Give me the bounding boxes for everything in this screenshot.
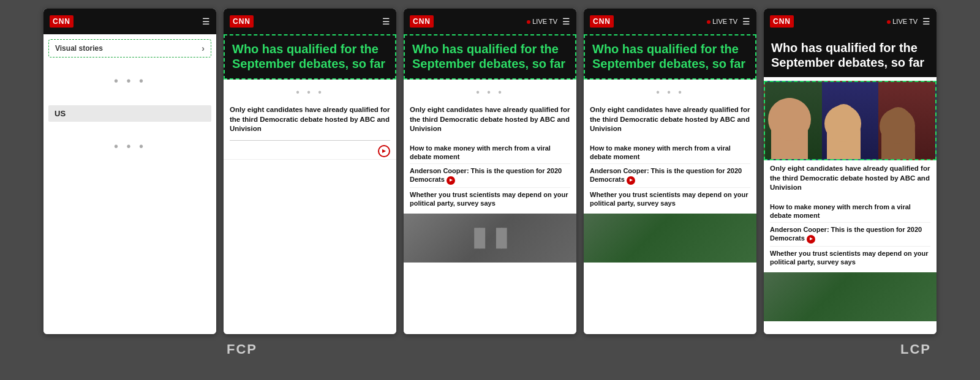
separator-2 bbox=[230, 140, 390, 141]
headline-block-4: Who has qualified for the September deba… bbox=[584, 34, 756, 80]
politician-image bbox=[764, 81, 937, 160]
header-1: CNN ☰ bbox=[43, 9, 216, 34]
cnn-logo-5: CNN bbox=[770, 15, 794, 28]
play-btn-5-2[interactable] bbox=[807, 235, 815, 244]
loading-dots-2: • • • bbox=[48, 128, 211, 165]
screen-5-content: Who has qualified for the September deba… bbox=[764, 34, 937, 334]
header-3: CNN LIVE TV ☰ bbox=[404, 9, 576, 34]
article-title-3-3: Whether you trust scientists may depend … bbox=[410, 190, 570, 208]
cnn-logo-2: CNN bbox=[230, 15, 254, 28]
live-dot-3 bbox=[527, 20, 530, 24]
headline-block-3: Who has qualified for the September deba… bbox=[404, 34, 576, 80]
screen-2: CNN ☰ Who has qualified for the Septembe… bbox=[224, 9, 396, 334]
screen-4: CNN LIVE TV ☰ Who has qualified for the … bbox=[584, 9, 756, 334]
lead-article-text-2: Only eight candidates have already quali… bbox=[230, 105, 390, 134]
hamburger-menu-3[interactable]: ☰ bbox=[562, 17, 570, 26]
labels-row: FCP LCP bbox=[0, 341, 980, 357]
screen-5-lcp: CNN LIVE TV ☰ Who has qualified for the … bbox=[764, 9, 937, 334]
hamburger-menu-2[interactable]: ☰ bbox=[382, 17, 390, 26]
header-right-5: LIVE TV ☰ bbox=[887, 17, 930, 26]
header-right-4: LIVE TV ☰ bbox=[707, 17, 750, 26]
visual-stories-arrow: › bbox=[202, 43, 205, 53]
article-title-4-2: Anderson Cooper: This is the question fo… bbox=[590, 166, 750, 184]
article-item-5-1: How to make money with merch from a vira… bbox=[770, 200, 930, 223]
loading-dots-1: • • • bbox=[48, 62, 211, 99]
headline-text-4: Who has qualified for the September deba… bbox=[592, 42, 748, 71]
live-tv-label-3: LIVE TV bbox=[527, 18, 557, 25]
article-title-4-3: Whether you trust scientists may depend … bbox=[590, 190, 750, 208]
news-articles-3: How to make money with merch from a vira… bbox=[404, 138, 576, 214]
hamburger-menu-5[interactable]: ☰ bbox=[922, 17, 930, 26]
bottom-image-4 bbox=[584, 214, 756, 263]
cnn-logo-1: CNN bbox=[50, 15, 74, 28]
cnn-logo-4: CNN bbox=[590, 15, 614, 28]
lead-article-text-5: Only eight candidates have already quali… bbox=[770, 164, 930, 193]
lead-article-4: Only eight candidates have already quali… bbox=[584, 102, 756, 138]
screen-3: CNN LIVE TV ☰ Who has qualified for the … bbox=[404, 9, 576, 334]
article-title-4-1: How to make money with merch from a vira… bbox=[590, 144, 750, 162]
lead-article-text-4: Only eight candidates have already quali… bbox=[590, 105, 750, 134]
video-play-row-2[interactable]: ▶ bbox=[224, 143, 396, 160]
lead-article-2: Only eight candidates have already quali… bbox=[224, 102, 396, 138]
headline-text-5: Who has qualified for the September deba… bbox=[771, 40, 929, 70]
header-4: CNN LIVE TV ☰ bbox=[584, 9, 756, 34]
headline-block-2: Who has qualified for the September deba… bbox=[224, 34, 396, 80]
article-title-3-2: Anderson Cooper: This is the question fo… bbox=[410, 166, 570, 184]
politician-mid bbox=[822, 82, 879, 159]
article-title-5-3: Whether you trust scientists may depend … bbox=[770, 249, 930, 267]
live-tv-label-5: LIVE TV bbox=[887, 18, 918, 25]
bottom-image-5 bbox=[764, 272, 937, 321]
headline-block-5: Who has qualified for the September deba… bbox=[764, 34, 937, 77]
bottom-image-grey-3: ▐▌▐▌ bbox=[404, 214, 576, 263]
headline-text-3: Who has qualified for the September deba… bbox=[412, 42, 568, 71]
screenshots-row: CNN ☰ Visual stories › • • • US • • • CN… bbox=[0, 0, 980, 334]
lead-article-5: Only eight candidates have already quali… bbox=[764, 160, 937, 196]
screen-2-content: Who has qualified for the September deba… bbox=[224, 34, 396, 334]
article-item-4-1: How to make money with merch from a vira… bbox=[590, 141, 750, 165]
politician-right bbox=[878, 82, 935, 159]
grey-chart-3: ▐▌▐▌ bbox=[468, 228, 511, 248]
visual-stories-label: Visual stories bbox=[55, 44, 103, 53]
article-item-4-2: Anderson Cooper: This is the question fo… bbox=[590, 164, 750, 187]
loading-dots-5: • • • bbox=[584, 83, 756, 102]
header-2: CNN ☰ bbox=[224, 9, 396, 34]
screen-1-fcp: CNN ☰ Visual stories › • • • US • • • bbox=[43, 9, 216, 334]
politician-left bbox=[765, 82, 822, 159]
header-5: CNN LIVE TV ☰ bbox=[764, 9, 937, 34]
lead-article-text-3: Only eight candidates have already quali… bbox=[410, 105, 570, 134]
article-item-4-3: Whether you trust scientists may depend … bbox=[590, 188, 750, 210]
article-title-5-2: Anderson Cooper: This is the question fo… bbox=[770, 225, 930, 243]
loading-dots-3: • • • bbox=[224, 83, 396, 102]
article-item-3-1: How to make money with merch from a vira… bbox=[410, 141, 570, 165]
article-title-5-1: How to make money with merch from a vira… bbox=[770, 203, 930, 220]
lead-article-3: Only eight candidates have already quali… bbox=[404, 102, 576, 138]
news-articles-5: How to make money with merch from a vira… bbox=[764, 196, 937, 273]
article-item-3-3: Whether you trust scientists may depend … bbox=[410, 188, 570, 210]
screen-4-content: Who has qualified for the September deba… bbox=[584, 34, 756, 334]
fcp-label: FCP bbox=[227, 341, 257, 357]
article-title-3-1: How to make money with merch from a vira… bbox=[410, 144, 570, 162]
news-articles-4: How to make money with merch from a vira… bbox=[584, 138, 756, 214]
article-item-5-2: Anderson Cooper: This is the question fo… bbox=[770, 223, 930, 246]
article-item-5-3: Whether you trust scientists may depend … bbox=[770, 247, 930, 269]
loading-dots-4: • • • bbox=[404, 83, 576, 102]
cnn-logo-3: CNN bbox=[410, 15, 434, 28]
screen-1-content: Visual stories › • • • US • • • bbox=[43, 34, 216, 334]
live-dot-4 bbox=[707, 20, 710, 24]
play-circle-2[interactable]: ▶ bbox=[378, 145, 390, 157]
lcp-label: LCP bbox=[900, 341, 931, 357]
us-section-bar: US bbox=[48, 105, 211, 122]
visual-stories-bar[interactable]: Visual stories › bbox=[48, 39, 211, 58]
play-btn-4-2[interactable] bbox=[627, 176, 635, 185]
play-btn-3-2[interactable] bbox=[447, 176, 455, 185]
header-right-3: LIVE TV ☰ bbox=[527, 17, 570, 26]
lcp-label-container: LCP bbox=[472, 341, 968, 357]
live-tv-label-4: LIVE TV bbox=[707, 18, 737, 25]
live-dot-5 bbox=[887, 20, 891, 24]
hamburger-menu-4[interactable]: ☰ bbox=[742, 17, 750, 26]
politician-photo-row bbox=[765, 82, 935, 159]
fcp-label-container: FCP bbox=[12, 341, 472, 357]
headline-text-2: Who has qualified for the September deba… bbox=[232, 42, 388, 71]
hamburger-menu-1[interactable]: ☰ bbox=[202, 17, 210, 26]
screen-3-content: Who has qualified for the September deba… bbox=[404, 34, 576, 334]
